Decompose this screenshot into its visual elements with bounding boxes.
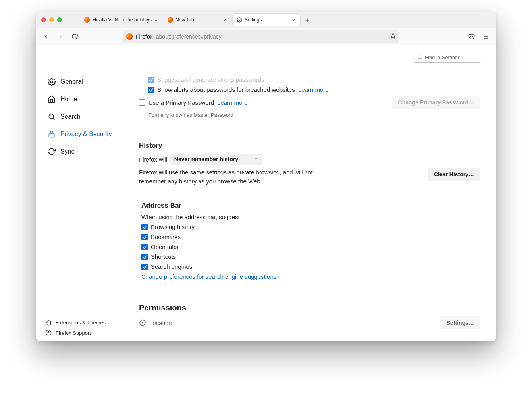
lock-icon <box>48 130 56 138</box>
sidebar-item-label: General <box>60 78 83 85</box>
learn-more-link[interactable]: Learn more <box>217 99 248 106</box>
sidebar-item-privacy[interactable]: Privacy & Security <box>45 125 131 143</box>
section-divider <box>139 296 480 296</box>
permission-label: Location <box>149 320 172 326</box>
primary-password-subtext: Formerly known as Master Password <box>148 112 480 118</box>
browser-window: Mozilla VPN for the holidays ✕ New Tab ✕… <box>36 12 496 341</box>
checkbox-label: Show alerts about passwords for breached… <box>157 86 295 93</box>
tab-vpn[interactable]: Mozilla VPN for the holidays ✕ <box>80 14 162 26</box>
checkbox-label: Suggest and generate strong passwords <box>157 76 264 83</box>
tab-label: New Tab <box>175 17 194 23</box>
location-settings-button[interactable]: Settings… <box>440 316 480 329</box>
checkbox-label: Open tabs <box>151 243 178 250</box>
urlbar-url: about:preferences#privacy <box>156 33 222 40</box>
svg-point-11 <box>418 56 421 59</box>
svg-marker-1 <box>390 33 395 38</box>
urlbar-product: Firefox <box>136 33 153 40</box>
nav-toolbar: Firefox about:preferences#privacy <box>36 28 496 45</box>
checkbox-shortcuts[interactable] <box>141 254 148 260</box>
svg-rect-8 <box>49 134 54 137</box>
svg-line-12 <box>421 58 422 59</box>
url-bar[interactable]: Firefox about:preferences#privacy <box>123 30 399 43</box>
tab-label: Mozilla VPN for the holidays <box>92 17 152 23</box>
sidebar-extensions-link[interactable]: Extensions & Themes <box>45 319 106 326</box>
tab-strip: Mozilla VPN for the holidays ✕ New Tab ✕… <box>36 12 496 28</box>
history-section: History Firefox will Never remember hist… <box>139 142 480 186</box>
firefox-icon <box>84 17 90 23</box>
tab-label: Settings <box>245 17 262 23</box>
sidebar-item-label: Search <box>60 113 81 120</box>
addressbar-section: Address Bar When using the address bar, … <box>141 202 480 280</box>
checkbox-label: Shortcuts <box>151 253 176 260</box>
checkbox-label: Use a Primary Password <box>148 99 214 106</box>
window-maximize-button[interactable] <box>57 17 62 22</box>
search-icon <box>48 113 56 121</box>
sidebar-footer: Extensions & Themes Firefox Support <box>45 319 106 336</box>
app-menu-button[interactable] <box>480 31 492 42</box>
close-icon[interactable]: ✕ <box>154 17 158 23</box>
pocket-icon[interactable] <box>466 31 477 42</box>
learn-more-link[interactable]: Learn more <box>298 86 329 93</box>
checkbox-label: Browsing history <box>151 224 195 230</box>
checkbox-search-engines[interactable] <box>141 264 148 270</box>
section-heading: Address Bar <box>141 202 480 210</box>
firefox-icon <box>126 33 133 40</box>
forward-button[interactable] <box>55 31 66 42</box>
checkbox-breach-alerts[interactable] <box>148 87 154 93</box>
change-primary-password-button[interactable]: Change Primary Password… <box>392 96 480 109</box>
sidebar-item-label: Privacy & Security <box>60 131 112 138</box>
checkbox-open-tabs[interactable] <box>141 244 148 250</box>
section-heading: Permissions <box>139 303 480 312</box>
svg-point-0 <box>239 19 240 21</box>
settings-search-input[interactable]: Find in Settings <box>414 52 481 63</box>
sidebar-item-search[interactable]: Search <box>45 108 131 125</box>
section-heading: History <box>139 142 480 150</box>
checkbox-bookmarks[interactable] <box>141 234 148 240</box>
sidebar-item-general[interactable]: General <box>45 73 131 91</box>
settings-sidebar: General Home Search Privacy & Security <box>36 45 131 341</box>
reload-button[interactable] <box>69 31 80 42</box>
window-controls <box>39 17 65 22</box>
chevron-down-icon <box>254 156 258 162</box>
window-minimize-button[interactable] <box>49 17 54 22</box>
checkbox-label: Bookmarks <box>151 233 181 240</box>
svg-line-7 <box>53 118 55 120</box>
back-button[interactable] <box>40 31 52 42</box>
history-mode-select[interactable]: Never remember history <box>170 154 262 165</box>
settings-scroll[interactable]: Suggest and generate strong passwords Sh… <box>131 52 496 341</box>
firefox-icon <box>168 17 173 23</box>
svg-point-6 <box>49 114 54 119</box>
sidebar-support-link[interactable]: Firefox Support <box>45 330 106 336</box>
bookmark-star-icon[interactable] <box>390 33 396 40</box>
change-search-prefs-link[interactable]: Change preferences for search engine sug… <box>141 273 276 280</box>
search-placeholder: Find in Settings <box>425 54 461 60</box>
svg-point-5 <box>51 81 53 83</box>
sidebar-item-label: Home <box>60 96 77 103</box>
checkbox-suggest-strong[interactable] <box>148 77 154 83</box>
home-icon <box>48 95 56 103</box>
close-icon[interactable]: ✕ <box>292 17 296 23</box>
settings-main: Find in Settings Suggest and generate st… <box>131 45 496 341</box>
tab-settings[interactable]: Settings ✕ <box>233 14 300 26</box>
passwords-section: Suggest and generate strong passwords Sh… <box>139 76 480 118</box>
checkbox-browsing-history[interactable] <box>141 224 148 230</box>
addressbar-subtext: When using the address bar, suggest <box>141 214 480 220</box>
history-firefox-will-label: Firefox will <box>139 156 167 163</box>
sync-icon <box>48 148 56 156</box>
gear-icon <box>48 78 56 86</box>
sidebar-item-home[interactable]: Home <box>45 91 131 108</box>
clear-history-button[interactable]: Clear History… <box>428 168 480 181</box>
location-icon <box>139 319 146 326</box>
gear-icon <box>237 17 242 23</box>
new-tab-button[interactable]: ＋ <box>302 14 313 25</box>
content-area: General Home Search Privacy & Security <box>36 45 496 341</box>
sidebar-item-label: Sync <box>60 148 75 155</box>
permissions-section: Permissions Location Settings… <box>139 303 480 329</box>
footer-label: Extensions & Themes <box>56 320 106 326</box>
select-value: Never remember history <box>174 156 238 162</box>
close-icon[interactable]: ✕ <box>223 17 227 23</box>
tab-newtab[interactable]: New Tab ✕ <box>164 14 231 26</box>
sidebar-item-sync[interactable]: Sync <box>45 143 131 160</box>
window-close-button[interactable] <box>41 17 46 22</box>
checkbox-primary-password[interactable] <box>139 99 145 106</box>
